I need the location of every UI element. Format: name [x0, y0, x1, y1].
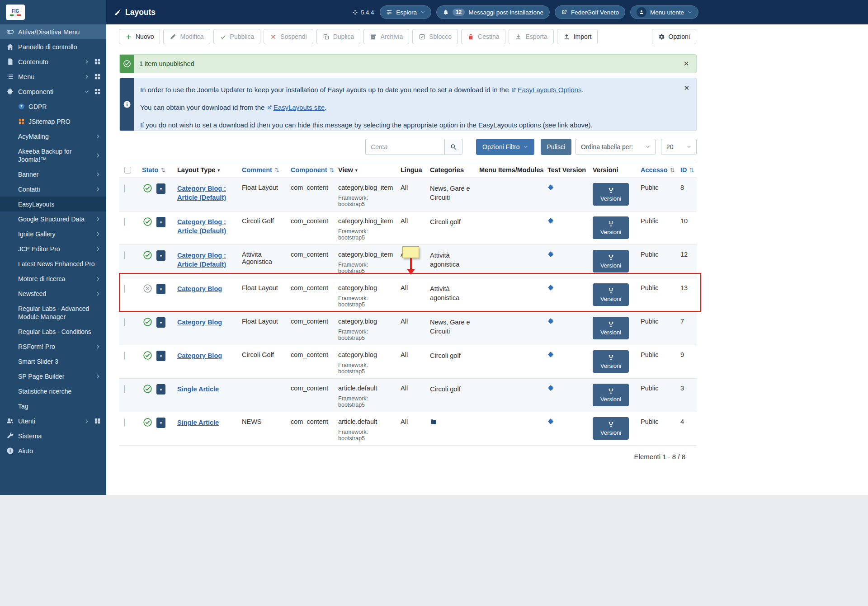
success-alert-close-button[interactable]: ✕	[676, 55, 696, 73]
layout-type-link[interactable]: Single Article	[177, 418, 219, 427]
sidebar-item-pannello-di-controllo[interactable]: Pannello di controllo	[0, 39, 106, 54]
layout-type-link[interactable]: Category Blog	[177, 318, 222, 327]
sidebar-item-smart-slider-3[interactable]: Smart Slider 3	[0, 354, 106, 369]
versions-button[interactable]: Versioni	[593, 417, 629, 440]
status-published-icon[interactable]	[143, 317, 152, 327]
status-dropdown-button[interactable]: ▾	[156, 351, 165, 361]
toolbar-button-nuovo[interactable]: Nuovo	[119, 29, 160, 44]
header-pill-site-preview[interactable]: FederGolf Veneto	[555, 5, 625, 19]
easylayouts-site-link[interactable]: EasyLayouts site	[267, 103, 325, 111]
info-alert-close-button[interactable]: ✕	[684, 84, 689, 92]
sidebar-item-google-structured-data[interactable]: Google Structured Data	[0, 211, 106, 226]
layout-type-link[interactable]: Category Blog	[177, 284, 222, 293]
sidebar-item-utenti[interactable]: Utenti	[0, 413, 106, 428]
test-version-puzzle-icon[interactable]	[547, 385, 554, 391]
status-published-icon[interactable]	[143, 384, 152, 394]
easylayouts-options-link[interactable]: EasyLayouts Options	[511, 86, 582, 94]
status-published-icon[interactable]	[143, 183, 152, 193]
sidebar-item-contenuto[interactable]: Contenuto	[0, 54, 106, 69]
status-published-icon[interactable]	[143, 250, 152, 260]
header-pill-post-installation-messages[interactable]: 12Messaggi post-installazione	[436, 5, 550, 19]
status-dropdown-button[interactable]: ▾	[156, 217, 165, 227]
toolbar-button-modifica[interactable]: Modifica	[163, 29, 210, 44]
sidebar-item-latest-news-enhanced-pro[interactable]: Latest News Enhanced Pro	[0, 256, 106, 271]
row-checkbox[interactable]	[124, 285, 125, 293]
column-header-id[interactable]: ID⇅	[677, 166, 697, 174]
sidebar-item-motore-di-ricerca[interactable]: Motore di ricerca	[0, 271, 106, 286]
versions-button[interactable]: Versioni	[593, 384, 629, 406]
sidebar-item-tag[interactable]: Tag	[0, 399, 106, 413]
sidebar-item-acymailing[interactable]: AcyMailing	[0, 129, 106, 144]
sidebar-item-statistiche-ricerche[interactable]: Statistiche ricerche	[0, 384, 106, 399]
header-pill-explore[interactable]: Esplora	[380, 5, 431, 19]
test-version-puzzle-icon[interactable]	[547, 217, 554, 224]
versions-button[interactable]: Versioni	[593, 283, 629, 306]
versions-button[interactable]: Versioni	[593, 350, 629, 373]
row-checkbox[interactable]	[124, 385, 125, 393]
sidebar-item-easylayouts[interactable]: EasyLayouts	[0, 197, 106, 211]
versions-button[interactable]: Versioni	[593, 183, 629, 206]
versions-button[interactable]: Versioni	[593, 317, 629, 339]
status-unpublished-icon[interactable]	[143, 284, 152, 293]
toolbar-button-archivia[interactable]: Archivia	[363, 29, 409, 44]
row-checkbox[interactable]	[124, 418, 125, 427]
status-dropdown-button[interactable]: ▾	[156, 317, 165, 328]
status-dropdown-button[interactable]: ▾	[156, 284, 165, 294]
sidebar-item-ignite-gallery[interactable]: Ignite Gallery	[0, 226, 106, 241]
select-all-checkbox[interactable]	[124, 167, 131, 174]
toolbar-button-opzioni[interactable]: Opzioni	[652, 29, 696, 44]
status-dropdown-button[interactable]: ▾	[156, 418, 165, 428]
toolbar-button-pubblica[interactable]: Pubblica	[213, 29, 261, 44]
column-header-layout-type[interactable]: Layout Type▾	[174, 166, 238, 174]
column-header-view[interactable]: View▾	[335, 166, 397, 174]
row-checkbox[interactable]	[124, 318, 125, 326]
status-published-icon[interactable]	[143, 217, 152, 226]
search-input[interactable]	[365, 139, 444, 155]
clear-filters-button[interactable]: Pulisci	[541, 139, 571, 155]
toolbar-button-import[interactable]: Import	[557, 29, 598, 44]
toolbar-button-duplica[interactable]: Duplica	[316, 29, 361, 44]
versions-button[interactable]: Versioni	[593, 216, 629, 239]
layout-type-link[interactable]: Single Article	[177, 385, 219, 394]
column-header-component[interactable]: Component⇅	[287, 166, 335, 174]
layout-type-link[interactable]: Category Blog : Article (Default)	[177, 217, 236, 235]
sidebar-item-jce-editor-pro[interactable]: JCE Editor Pro	[0, 241, 106, 256]
toolbar-button-sospendi[interactable]: Sospendi	[264, 29, 313, 44]
test-version-puzzle-icon[interactable]	[547, 251, 554, 258]
toolbar-button-esporta[interactable]: Esporta	[509, 29, 553, 44]
status-dropdown-button[interactable]: ▾	[156, 183, 165, 194]
column-header-comment[interactable]: Comment⇅	[238, 166, 287, 174]
sidebar-item-rsform-pro[interactable]: RSForm! Pro	[0, 339, 106, 354]
sidebar-item-sp-page-builder[interactable]: SP Page Builder	[0, 369, 106, 384]
sidebar-toggle-button[interactable]: Attiva/Disattiva Menu	[0, 24, 106, 39]
test-version-puzzle-icon[interactable]	[547, 284, 554, 291]
row-checkbox[interactable]	[124, 218, 125, 226]
test-version-puzzle-icon[interactable]	[547, 318, 554, 324]
sidebar-item-gdpr[interactable]: GDPR	[0, 99, 106, 114]
sidebar-item-componenti[interactable]: Componenti	[0, 84, 106, 99]
toolbar-button-sblocco[interactable]: Sblocco	[412, 29, 458, 44]
row-checkbox[interactable]	[124, 184, 125, 193]
versions-button[interactable]: Versioni	[593, 250, 629, 272]
sidebar-item-banner[interactable]: Banner	[0, 167, 106, 182]
column-header-accesso[interactable]: Accesso⇅	[637, 166, 677, 174]
test-version-puzzle-icon[interactable]	[547, 184, 554, 191]
page-size-select[interactable]: 20	[661, 139, 697, 155]
sidebar-item-contatti[interactable]: Contatti	[0, 182, 106, 197]
status-dropdown-button[interactable]: ▾	[156, 384, 165, 395]
test-version-puzzle-icon[interactable]	[547, 351, 554, 358]
app-logo[interactable]: FIG	[6, 5, 25, 20]
sidebar-item-menu[interactable]: Menu	[0, 69, 106, 84]
test-version-puzzle-icon[interactable]	[547, 418, 554, 425]
status-dropdown-button[interactable]: ▾	[156, 250, 165, 261]
status-published-icon[interactable]	[143, 418, 152, 427]
sort-table-select[interactable]: Ordina tabella per:	[576, 139, 656, 155]
layout-type-link[interactable]: Category Blog : Article (Default)	[177, 184, 236, 202]
status-published-icon[interactable]	[143, 351, 152, 360]
sidebar-item-newsfeed[interactable]: Newsfeed	[0, 286, 106, 301]
column-header-stato[interactable]: Stato⇅	[137, 166, 174, 174]
row-checkbox[interactable]	[124, 251, 125, 259]
layout-type-link[interactable]: Category Blog : Article (Default)	[177, 251, 236, 269]
header-pill-user-menu[interactable]: Menu utente	[630, 5, 698, 19]
sidebar-item-akeeba-backup-for-joomla[interactable]: Akeeba Backup for Joomla!™	[0, 144, 106, 167]
